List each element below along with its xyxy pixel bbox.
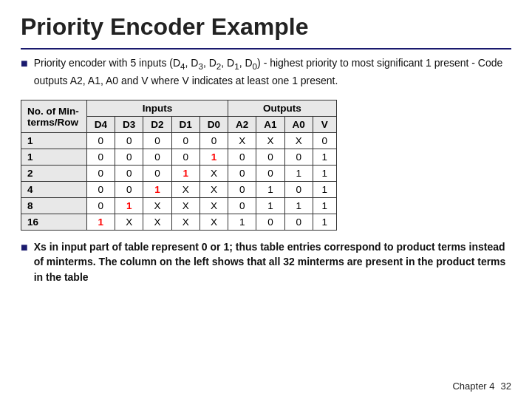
table-row: 1 0 0 0 0 0 X X X 0	[21, 133, 337, 149]
bullet1-section: ■ Priority encoder with 5 inputs (D4, D3…	[21, 55, 511, 88]
row-label: 16	[21, 214, 87, 231]
col-a1: A1	[256, 117, 284, 133]
table-row: 16 1 X X X X 1 0 0 1	[21, 214, 337, 231]
row-label: 1	[21, 149, 87, 166]
table-row: 1 0 0 0 0 1 0 0 0 1	[21, 149, 337, 166]
table-row: 4 0 0 1 X X 0 1 0 1	[21, 182, 337, 198]
outputs-header: Outputs	[228, 100, 337, 117]
truth-table-wrapper: No. of Min-terms/Row Inputs Outputs D4 D…	[21, 100, 511, 231]
col-d4: D4	[86, 117, 115, 133]
col-d2: D2	[143, 117, 171, 133]
col-v: V	[313, 117, 336, 133]
bullet2-section: ■ Xs in input part of table represent 0 …	[21, 239, 511, 284]
col-d0: D0	[200, 117, 228, 133]
page-title: Priority Encoder Example	[21, 13, 511, 41]
footer: Chapter 4 32	[452, 381, 511, 392]
col-a0: A0	[284, 117, 313, 133]
row-label: 1	[21, 133, 87, 149]
col-a2: A2	[228, 117, 256, 133]
footer-page: 32	[501, 381, 511, 392]
bullet1-icon: ■	[21, 57, 28, 70]
inputs-header: Inputs	[86, 100, 228, 117]
col-d1: D1	[171, 117, 200, 133]
truth-table: No. of Min-terms/Row Inputs Outputs D4 D…	[21, 100, 337, 231]
row-label: 4	[21, 182, 87, 198]
bullet1-text: Priority encoder with 5 inputs (D4, D3, …	[34, 55, 511, 88]
bullet2-icon: ■	[21, 241, 28, 254]
footer-chapter: Chapter 4	[452, 381, 494, 392]
title-divider	[21, 48, 511, 50]
table-row: 8 0 1 X X X 0 1 1 1	[21, 198, 337, 214]
row-label: 8	[21, 198, 87, 214]
table-row: 2 0 0 0 1 X 0 0 1 1	[21, 166, 337, 182]
bullet2-text: Xs in input part of table represent 0 or…	[34, 239, 511, 284]
page: Priority Encoder Example ■ Priority enco…	[0, 0, 532, 399]
col-d3: D3	[115, 117, 143, 133]
col-header-label: No. of Min-terms/Row	[21, 100, 87, 133]
row-label: 2	[21, 166, 87, 182]
